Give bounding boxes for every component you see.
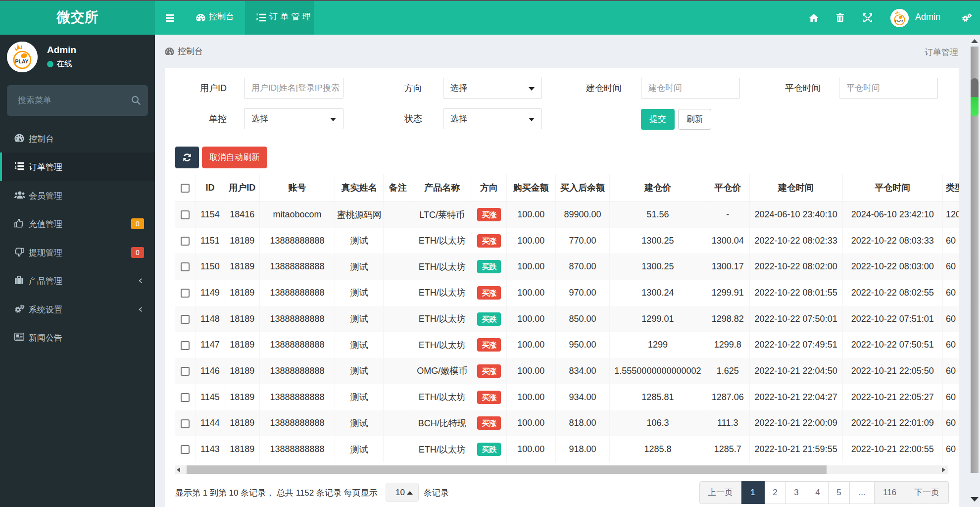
svg-text:PLAY: PLAY bbox=[15, 58, 28, 64]
svg-text:PLAY: PLAY bbox=[895, 19, 904, 22]
